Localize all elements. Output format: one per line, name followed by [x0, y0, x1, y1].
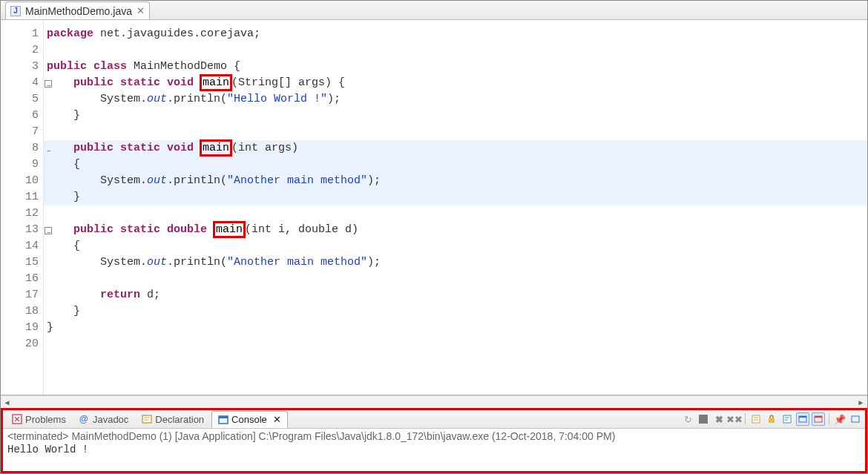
remove-all-icon[interactable]: ✖✖: [728, 412, 741, 426]
clear-console-icon[interactable]: [749, 412, 763, 426]
code-line: public class MainMethodDemo {: [44, 59, 867, 75]
code-line: }: [44, 303, 867, 320]
svg-rect-13: [783, 415, 791, 423]
line-number: 5: [14, 91, 43, 108]
line-number: 2: [14, 42, 43, 59]
svg-rect-7: [219, 416, 228, 418]
java-file-icon: J: [10, 6, 21, 16]
view-tab-bar: Problems @ Javadoc Declaration Console ✕: [3, 410, 865, 429]
line-number: 17: [14, 287, 43, 303]
line-number: 19: [14, 320, 43, 336]
declaration-icon: [142, 414, 152, 424]
line-number[interactable]: 13: [14, 222, 43, 238]
close-icon[interactable]: ✕: [137, 5, 145, 16]
separator: [745, 413, 746, 425]
svg-rect-20: [852, 416, 859, 422]
code-line: {: [44, 238, 867, 254]
word-wrap-icon[interactable]: [780, 412, 794, 426]
code-line: [44, 336, 867, 352]
close-icon[interactable]: ✕: [273, 414, 281, 425]
code-line: [44, 271, 867, 287]
tab-label: Declaration: [155, 414, 204, 425]
code-line: [44, 124, 867, 140]
line-number: 10: [14, 173, 43, 189]
code-line: }: [44, 189, 867, 205]
code-line: [44, 42, 867, 59]
console-line: Hello World !: [7, 444, 861, 455]
line-number[interactable]: 4: [14, 75, 43, 91]
console-output[interactable]: <terminated> MainMethodDemo (1) [Java Ap…: [3, 429, 865, 471]
line-number: 7: [14, 124, 43, 140]
remove-launch-icon[interactable]: ✖: [712, 412, 726, 426]
tab-declaration[interactable]: Declaration: [136, 411, 210, 428]
editor-tab-filename: MainMethodDemo.java: [25, 5, 132, 17]
code-line: package net.javaguides.corejava;: [44, 26, 867, 42]
line-number: 3: [14, 59, 43, 75]
code-line: public static void main(int args): [44, 140, 867, 157]
svg-rect-17: [799, 416, 806, 418]
svg-rect-19: [815, 416, 822, 418]
line-number: 9: [14, 157, 43, 173]
code-line: [44, 205, 867, 222]
scroll-lock-icon[interactable]: [765, 412, 778, 426]
scroll-right-icon[interactable]: ►: [855, 396, 867, 409]
tab-console[interactable]: Console ✕: [211, 411, 288, 428]
code-line: return d;: [44, 287, 867, 303]
line-number: 11: [14, 189, 43, 205]
line-number: 14: [14, 238, 43, 254]
code-line: System.out.println("Another main method"…: [44, 173, 867, 189]
show-on-output-icon[interactable]: [796, 412, 809, 426]
line-number: 15: [14, 254, 43, 271]
tab-label: Console: [231, 414, 267, 425]
line-number-gutter: 1 2 3 4 5 6 7 8 9 10 11 12 13 14 15 16 1…: [14, 20, 44, 395]
console-header: <terminated> MainMethodDemo (1) [Java Ap…: [7, 430, 861, 442]
svg-rect-9: [752, 415, 760, 423]
ide-window: J MainMethodDemo.java ✕ 1 2 3 4 5 6 7 8 …: [0, 0, 868, 474]
horizontal-scrollbar[interactable]: ◄ ►: [1, 395, 867, 408]
console-icon: [218, 415, 228, 425]
line-number: 18: [14, 303, 43, 320]
relaunch-icon[interactable]: ↻: [681, 412, 694, 426]
highlight-box: main: [213, 221, 246, 238]
tab-label: Problems: [25, 414, 66, 425]
stop-icon[interactable]: [697, 412, 710, 426]
tab-javadoc[interactable]: @ Javadoc: [73, 411, 134, 428]
svg-rect-3: [142, 415, 151, 423]
scroll-left-icon[interactable]: ◄: [1, 396, 13, 409]
line-number: 1: [14, 26, 43, 42]
editor-tab[interactable]: J MainMethodDemo.java ✕: [5, 1, 150, 19]
tab-label: Javadoc: [93, 414, 128, 425]
code-line: System.out.println("Hello World !");: [44, 91, 867, 108]
svg-rect-12: [769, 418, 775, 423]
highlight-box: main: [200, 74, 232, 91]
line-number: 20: [14, 336, 43, 352]
line-number: 16: [14, 271, 43, 287]
code-line: System.out.println("Another main method"…: [44, 254, 867, 271]
line-number: 12: [14, 205, 43, 222]
code-line: }: [44, 108, 867, 124]
problems-icon: [12, 414, 22, 424]
line-number[interactable]: 8: [14, 140, 43, 157]
code-line: }: [44, 320, 867, 336]
code-editor[interactable]: package net.javaguides.corejava; public …: [44, 20, 867, 395]
pin-console-icon[interactable]: 📌: [833, 412, 846, 426]
bottom-panel: Problems @ Javadoc Declaration Console ✕: [1, 408, 867, 473]
code-line: public static double main(int i, double …: [44, 222, 867, 238]
code-line: {: [44, 157, 867, 173]
separator: [829, 413, 829, 425]
highlight-box: main: [200, 139, 232, 157]
editor-tab-bar: J MainMethodDemo.java ✕: [1, 1, 867, 20]
line-number: 6: [14, 108, 43, 124]
code-line: public static void main(String[] args) {: [44, 75, 867, 91]
show-on-error-icon[interactable]: [812, 412, 825, 426]
marker-strip: [1, 20, 14, 395]
editor-area: 1 2 3 4 5 6 7 8 9 10 11 12 13 14 15 16 1…: [1, 20, 867, 395]
console-toolbar: ↻ ✖ ✖✖ 📌: [681, 412, 862, 426]
svg-rect-8: [699, 415, 708, 424]
display-selected-console-icon[interactable]: [849, 412, 862, 426]
javadoc-icon: @: [79, 414, 90, 424]
tab-problems[interactable]: Problems: [6, 411, 72, 428]
